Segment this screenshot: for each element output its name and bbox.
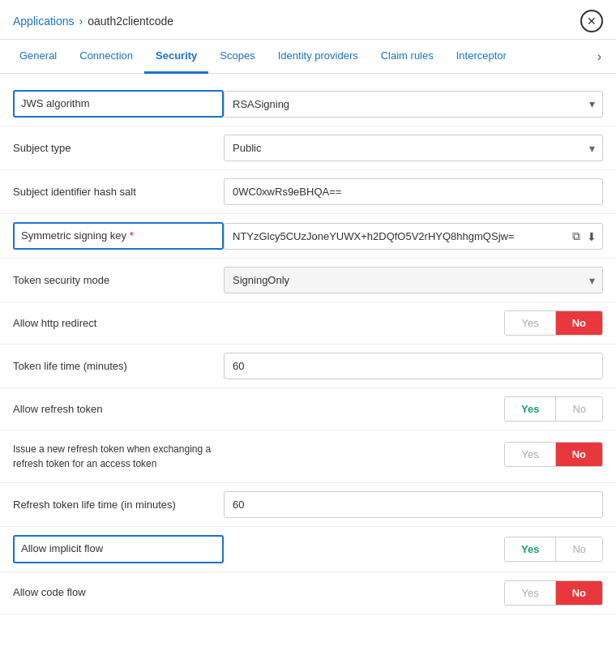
allow-refresh-token-toggle: Yes No <box>504 396 603 422</box>
subject-type-select[interactable]: Public Pairwise <box>224 135 603 161</box>
allow-refresh-token-yes[interactable]: Yes <box>505 397 555 421</box>
jws-algorithm-label: JWS algorithm <box>13 90 224 118</box>
token-security-mode-row: Token security mode SigningOnly Encrypti… <box>0 259 616 302</box>
header: Applications › oauth2clientcode ✕ <box>0 0 616 40</box>
tab-general[interactable]: General <box>8 40 68 74</box>
subject-type-control: Public Pairwise ▾ <box>224 135 603 161</box>
allow-refresh-token-row: Allow refresh token Yes No <box>0 388 616 430</box>
allow-http-redirect-yes[interactable]: Yes <box>505 311 554 335</box>
tab-security[interactable]: Security <box>144 40 208 74</box>
refresh-token-life-time-label: Refresh token life time (in minutes) <box>13 498 224 512</box>
token-life-time-control <box>224 353 603 379</box>
tab-bar: General Connection Security Scopes Ident… <box>0 40 616 74</box>
subject-identifier-hash-salt-row: Subject identifier hash salt <box>0 170 616 214</box>
token-security-mode-select[interactable]: SigningOnly Encryption <box>224 267 603 293</box>
subject-type-row: Subject type Public Pairwise ▾ <box>0 126 616 170</box>
allow-implicit-flow-yes[interactable]: Yes <box>505 537 555 561</box>
allow-http-redirect-control: Yes No <box>224 310 603 336</box>
tab-claim-rules[interactable]: Claim rules <box>370 40 445 74</box>
copy-icon[interactable]: ⧉ <box>572 229 580 243</box>
allow-implicit-flow-label: Allow implicit flow <box>13 535 224 563</box>
allow-implicit-flow-toggle: Yes No <box>504 537 603 562</box>
token-life-time-row: Token life time (minutes) <box>0 345 616 388</box>
allow-http-redirect-label: Allow http redirect <box>13 316 224 331</box>
issue-new-refresh-token-no[interactable]: No <box>556 443 602 466</box>
form-body: JWS algorithm RSASigning HMACSigning ▾ S… <box>0 74 616 623</box>
jws-algorithm-select[interactable]: RSASigning HMACSigning <box>224 91 603 118</box>
required-marker: * <box>126 229 134 242</box>
allow-code-flow-row: Allow code flow Yes No <box>0 572 616 614</box>
allow-refresh-token-control: Yes No <box>224 396 603 422</box>
issue-new-refresh-token-control: Yes No <box>224 442 603 467</box>
symmetric-signing-key-control: ⧉ ⬇ <box>224 223 603 250</box>
allow-implicit-flow-row: Allow implicit flow Yes No <box>0 527 616 571</box>
allow-refresh-token-no[interactable]: No <box>556 397 602 421</box>
symmetric-signing-key-label: Symmetric signing key * <box>13 222 224 250</box>
symmetric-signing-key-row: Symmetric signing key * ⧉ ⬇ <box>0 214 616 259</box>
symmetric-signing-key-icons: ⧉ ⬇ <box>572 229 597 243</box>
allow-code-flow-yes[interactable]: Yes <box>505 581 554 605</box>
issue-new-refresh-token-toggle: Yes No <box>504 442 603 467</box>
refresh-token-life-time-row: Refresh token life time (in minutes) <box>0 483 616 527</box>
jws-algorithm-row: JWS algorithm RSASigning HMACSigning ▾ <box>0 82 616 126</box>
tab-interceptor[interactable]: Interceptor <box>445 40 518 74</box>
issue-new-refresh-token-label: Issue a new refresh token when exchangin… <box>13 442 224 471</box>
allow-code-flow-control: Yes No <box>224 580 603 606</box>
token-security-mode-control: SigningOnly Encryption ▾ <box>224 267 603 293</box>
allow-code-flow-no[interactable]: No <box>556 581 602 605</box>
allow-implicit-flow-no[interactable]: No <box>556 537 602 561</box>
issue-new-refresh-token-yes[interactable]: Yes <box>505 443 554 466</box>
download-icon[interactable]: ⬇ <box>587 229 597 242</box>
breadcrumb: Applications › oauth2clientcode <box>13 15 173 28</box>
refresh-token-life-time-control <box>224 491 603 518</box>
subject-identifier-hash-salt-label: Subject identifier hash salt <box>13 185 224 199</box>
breadcrumb-separator: › <box>79 15 83 28</box>
breadcrumb-applications-link[interactable]: Applications <box>13 15 75 28</box>
breadcrumb-current: oauth2clientcode <box>88 15 173 28</box>
allow-code-flow-toggle: Yes No <box>504 580 603 606</box>
tab-scopes[interactable]: Scopes <box>208 40 266 74</box>
allow-http-redirect-toggle: Yes No <box>504 310 603 336</box>
allow-http-redirect-row: Allow http redirect Yes No <box>0 302 616 345</box>
issue-new-refresh-token-row: Issue a new refresh token when exchangin… <box>0 430 616 483</box>
token-security-mode-label: Token security mode <box>13 273 224 288</box>
tab-connection[interactable]: Connection <box>68 40 144 74</box>
refresh-token-life-time-input[interactable] <box>224 491 603 518</box>
tab-identity-providers[interactable]: Identity providers <box>267 40 370 74</box>
allow-refresh-token-label: Allow refresh token <box>13 402 224 417</box>
token-life-time-input[interactable] <box>224 353 603 379</box>
token-life-time-label: Token life time (minutes) <box>13 359 224 374</box>
subject-identifier-hash-salt-control <box>224 178 603 205</box>
allow-code-flow-label: Allow code flow <box>13 585 224 600</box>
tab-scroll-right[interactable]: › <box>591 43 608 71</box>
close-button[interactable]: ✕ <box>580 10 603 32</box>
subject-identifier-hash-salt-input[interactable] <box>224 178 603 205</box>
jws-algorithm-control: RSASigning HMACSigning ▾ <box>224 91 603 118</box>
symmetric-signing-key-input[interactable] <box>224 223 603 250</box>
subject-type-label: Subject type <box>13 141 224 156</box>
allow-implicit-flow-control: Yes No <box>224 537 603 562</box>
allow-http-redirect-no[interactable]: No <box>556 311 602 335</box>
